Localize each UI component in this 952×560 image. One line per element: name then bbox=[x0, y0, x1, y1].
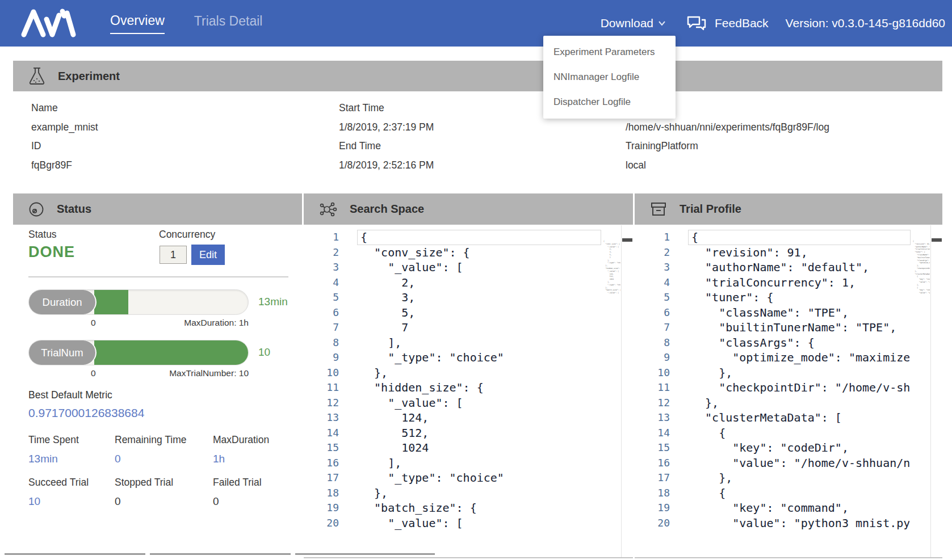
line-number: 18 bbox=[304, 486, 339, 501]
gauge-icon bbox=[28, 201, 44, 217]
download-menu-item[interactable]: Experiment Parameters bbox=[543, 40, 676, 65]
duration-value: 13min bbox=[258, 296, 288, 308]
line-number: 3 bbox=[635, 260, 670, 275]
field-value: 1/8/2019, 2:37:19 PM bbox=[339, 119, 607, 138]
line-number: 19 bbox=[635, 500, 670, 516]
code-line: "className": "TPE", bbox=[691, 305, 909, 321]
divider bbox=[28, 276, 288, 277]
feedback-link[interactable]: FeedBack bbox=[715, 16, 769, 30]
line-number: 9 bbox=[304, 350, 339, 365]
code-line: "key": "command", bbox=[691, 500, 909, 516]
code-line: ], bbox=[360, 456, 600, 471]
bottom-border-segment bbox=[5, 553, 145, 555]
chevron-down-icon bbox=[658, 20, 666, 26]
code-line: 3, bbox=[360, 290, 600, 305]
search-space-code: { "conv_size": { "_value": [ 2, 3, 5, 7 … bbox=[360, 230, 600, 530]
search-space-editor[interactable]: 1234567891011121314151617181920 { "conv_… bbox=[304, 225, 633, 558]
concurrency-input[interactable] bbox=[160, 246, 187, 264]
experiment-info: Name example_mnist ID fqBgr89F Start Tim… bbox=[13, 91, 942, 192]
code-line: }, bbox=[360, 486, 600, 501]
trialnum-bar-label: TrialNum bbox=[29, 340, 95, 365]
line-number: 1 bbox=[304, 230, 339, 245]
trialnum-progress-bar: TrialNum bbox=[28, 340, 249, 365]
code-line: "_value": [ bbox=[360, 516, 600, 531]
line-number: 6 bbox=[304, 305, 339, 321]
download-button[interactable]: Download bbox=[601, 16, 666, 30]
duration-progress-bar: Duration bbox=[28, 289, 249, 315]
line-number: 5 bbox=[304, 290, 339, 305]
code-line: "conv_size": { bbox=[360, 245, 600, 260]
code-line: "_value": [ bbox=[360, 395, 600, 411]
field-value: example_mnist bbox=[31, 119, 321, 138]
experiment-title: Experiment bbox=[58, 70, 120, 83]
line-number: 10 bbox=[635, 365, 670, 381]
bottom-border-segment bbox=[150, 553, 291, 555]
stat-failed-trial: Failed Trial 0 bbox=[213, 477, 290, 508]
field-value: local bbox=[626, 157, 942, 176]
download-menu: Experiment Parameters NNImanager Logfile… bbox=[543, 36, 676, 119]
code-line: }, bbox=[691, 365, 909, 381]
line-number: 7 bbox=[304, 320, 339, 335]
feedback-chat-icon bbox=[686, 15, 707, 31]
scrollbar-track bbox=[930, 225, 931, 557]
minimap[interactable]: { "revision": 91, "authorName": "default… bbox=[913, 240, 930, 370]
code-line: "clusterMetaData": [ bbox=[691, 410, 909, 426]
line-number: 13 bbox=[635, 410, 670, 426]
stat-stopped-trial: Stopped Trial 0 bbox=[115, 477, 213, 508]
code-line: 2, bbox=[360, 275, 600, 290]
code-line: 7 bbox=[360, 320, 600, 335]
code-line: 5, bbox=[360, 305, 600, 321]
scrollbar-thumb[interactable] bbox=[932, 238, 942, 242]
code-line: "revision": 91, bbox=[691, 245, 909, 260]
bottom-border-segment bbox=[295, 553, 435, 555]
version-text: Version: v0.3.0-145-g816dd60 bbox=[786, 16, 945, 30]
flask-icon bbox=[28, 67, 45, 85]
field-label: Name bbox=[31, 99, 321, 119]
line-number: 17 bbox=[304, 470, 339, 486]
line-number: 16 bbox=[304, 456, 339, 471]
code-line: }, bbox=[691, 470, 909, 486]
code-line: 124, bbox=[360, 410, 600, 426]
line-number: 20 bbox=[304, 516, 339, 531]
code-line: "hidden_size": { bbox=[360, 380, 600, 395]
code-line: { bbox=[691, 230, 909, 245]
status-section-header: Status bbox=[13, 193, 302, 225]
experiment-info-col1: Name example_mnist ID fqBgr89F bbox=[13, 99, 321, 192]
scrollbar-thumb[interactable] bbox=[622, 238, 632, 242]
status-label: Status bbox=[28, 229, 57, 241]
nav-tabs: Overview Trials Detail bbox=[110, 13, 262, 34]
line-number: 15 bbox=[635, 440, 670, 456]
duration-max: MaxDuration: 1h bbox=[184, 318, 249, 328]
minimap[interactable]: { "conv_size": { "_value": [ 2, 3, 5, 7 … bbox=[603, 240, 620, 370]
archive-box-icon bbox=[650, 201, 667, 217]
stat-remaining-time: Remaining Time 0 bbox=[115, 434, 213, 465]
stat-time-spent: Time Spent 13min bbox=[28, 434, 115, 465]
download-menu-item[interactable]: Dispatcher Logfile bbox=[543, 90, 676, 115]
line-number: 19 bbox=[304, 500, 339, 516]
stat-succeed-trial: Succeed Trial 10 bbox=[28, 477, 115, 508]
code-line: "value": "/home/v-shhuan/nni bbox=[691, 456, 909, 471]
line-number: 17 bbox=[635, 470, 670, 486]
experiment-section-header: Experiment bbox=[13, 61, 942, 91]
line-number: 11 bbox=[304, 380, 339, 395]
line-number: 7 bbox=[635, 320, 670, 335]
trial-profile-section-header: Trial Profile bbox=[635, 193, 942, 225]
search-space-icon bbox=[319, 201, 337, 218]
code-line: "builtinTunerName": "TPE", bbox=[691, 320, 909, 335]
code-line: "authorName": "default", bbox=[691, 260, 909, 275]
download-menu-item[interactable]: NNImanager Logfile bbox=[543, 65, 676, 90]
navbar: Overview Trials Detail Download FeedBack… bbox=[0, 0, 952, 47]
line-number: 13 bbox=[304, 410, 339, 426]
line-number: 11 bbox=[635, 380, 670, 395]
line-number: 15 bbox=[304, 440, 339, 456]
edit-button[interactable]: Edit bbox=[191, 245, 225, 265]
tab-overview[interactable]: Overview bbox=[110, 13, 165, 34]
tab-trials-detail[interactable]: Trials Detail bbox=[194, 14, 263, 33]
code-line: "trialConcurrency": 1, bbox=[691, 275, 909, 290]
trial-profile-editor[interactable]: 1234567891011121314151617181920 { "revis… bbox=[635, 225, 942, 558]
field-value: 1/8/2019, 2:52:16 PM bbox=[339, 157, 607, 176]
code-line: "_type": "choice" bbox=[360, 470, 600, 486]
code-line: "classArgs": { bbox=[691, 335, 909, 351]
nni-logo bbox=[19, 8, 78, 39]
line-number: 14 bbox=[635, 426, 670, 441]
